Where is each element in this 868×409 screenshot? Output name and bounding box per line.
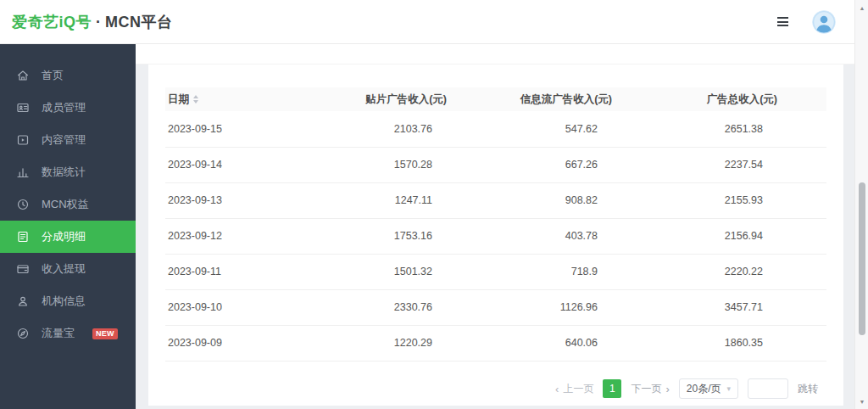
avatar[interactable] (812, 10, 836, 34)
cell-value: 908.82 (496, 182, 661, 218)
sidebar-item-label: 分成明细 (42, 229, 86, 244)
scrollbar-thumb[interactable] (859, 182, 865, 335)
new-badge: NEW (92, 328, 118, 339)
cell-value: 1501.32 (331, 254, 496, 289)
sidebar-item-content[interactable]: 内容管理 (0, 124, 136, 156)
cell-value: 1126.96 (496, 289, 661, 325)
page-jump-input[interactable] (748, 378, 788, 399)
traffic-icon (16, 327, 30, 340)
cell-date: 2023-09-15 (165, 111, 331, 147)
org-icon (16, 294, 30, 308)
cell-value: 667.26 (496, 147, 661, 182)
share-detail-icon (16, 230, 30, 244)
cell-value: 1247.11 (331, 182, 496, 218)
sidebar-item-share-detail[interactable]: 分成明细 (0, 221, 136, 253)
cell-value: 1570.28 (331, 147, 496, 182)
clock-icon (16, 198, 30, 211)
pagination-prev-button[interactable]: ‹ 上一页 (555, 382, 593, 396)
content-icon (16, 133, 30, 147)
cell-value: 1753.16 (331, 218, 496, 254)
pagination-next-button[interactable]: 下一页 › (631, 382, 669, 396)
cell-value: 2330.76 (331, 289, 496, 325)
cell-value: 2156.94 (661, 218, 826, 254)
column-header-date-sortable[interactable]: 日期 (165, 87, 331, 111)
table-header-row: 日期贴片广告收入(元)信息流广告收入(元)广告总收入(元) (165, 87, 826, 111)
stats-icon (16, 165, 30, 179)
logo-separator: · (96, 14, 101, 31)
content-header-strip (136, 44, 854, 64)
sidebar-item-home[interactable]: 首页 (0, 59, 136, 92)
cell-date: 2023-09-13 (165, 182, 331, 218)
sidebar: 首页 成员管理 内容管理 数据统计 MCN权益 分成明细 收入提现 机构信息 流… (0, 44, 136, 409)
cell-value: 2155.93 (661, 182, 826, 218)
cell-value: 547.62 (496, 111, 661, 147)
sidebar-item-org[interactable]: 机构信息 (0, 285, 136, 317)
sidebar-item-label: 内容管理 (42, 132, 86, 148)
cell-value: 2651.38 (661, 111, 826, 147)
sidebar-item-members[interactable]: 成员管理 (0, 92, 136, 124)
revenue-table: 日期贴片广告收入(元)信息流广告收入(元)广告总收入(元) 2023-09-15… (165, 87, 826, 361)
sidebar-item-label: 流量宝 (42, 326, 75, 341)
vertical-scrollbar[interactable]: ▲ ▼ (854, 0, 868, 409)
page-jump-button[interactable]: 跳转 (798, 382, 818, 396)
table-row: 2023-09-121753.16403.782156.94 (165, 218, 826, 254)
logo-secondary: MCN平台 (105, 12, 173, 32)
home-icon (16, 69, 30, 82)
app-logo: 爱奇艺iQ号 · MCN平台 (12, 12, 173, 32)
table-row: 2023-09-152103.76547.622651.38 (165, 111, 826, 147)
withdraw-icon (16, 262, 30, 276)
sidebar-item-stats[interactable]: 数据统计 (0, 156, 136, 188)
table-row: 2023-09-141570.28667.262237.54 (165, 147, 826, 182)
sidebar-item-withdraw[interactable]: 收入提现 (0, 253, 136, 285)
sidebar-item-clock[interactable]: MCN权益 (0, 188, 136, 221)
cell-value: 1220.29 (331, 325, 496, 361)
logo-primary: 爱奇艺iQ号 (12, 12, 92, 32)
sidebar-item-label: 首页 (42, 68, 64, 83)
pagination: ‹ 上一页 1 下一页 › 20条/页 ▾ 跳转 (555, 378, 818, 399)
topbar-actions (774, 10, 836, 34)
sidebar-item-label: MCN权益 (42, 197, 89, 212)
table-row: 2023-09-102330.761126.963457.71 (165, 289, 826, 325)
column-header: 贴片广告收入(元) (331, 87, 496, 111)
cell-value: 3457.71 (661, 289, 826, 325)
cell-value: 2220.22 (661, 254, 826, 289)
topbar: 爱奇艺iQ号 · MCN平台 (0, 0, 854, 44)
cell-value: 718.9 (496, 254, 661, 289)
sort-carets-icon[interactable] (193, 95, 198, 104)
chevron-down-icon: ▾ (726, 384, 731, 393)
cell-value: 640.06 (496, 325, 661, 361)
pagination-page-1[interactable]: 1 (603, 379, 621, 398)
chevron-left-icon: ‹ (555, 384, 559, 395)
column-header: 广告总收入(元) (661, 87, 826, 111)
cell-value: 403.78 (496, 218, 661, 254)
column-header: 信息流广告收入(元) (496, 87, 661, 111)
cell-value: 2103.76 (331, 111, 496, 147)
sidebar-item-label: 数据统计 (42, 165, 86, 180)
cell-date: 2023-09-12 (165, 218, 331, 254)
table-row: 2023-09-111501.32718.92220.22 (165, 254, 826, 289)
cell-value: 1860.35 (661, 325, 826, 361)
cell-date: 2023-09-10 (165, 289, 331, 325)
table-row: 2023-09-131247.11908.822155.93 (165, 182, 826, 218)
scroll-up-icon[interactable]: ▲ (855, 2, 868, 14)
cell-date: 2023-09-11 (165, 254, 331, 289)
scroll-down-icon[interactable]: ▼ (855, 395, 868, 407)
sidebar-item-label: 机构信息 (42, 294, 86, 309)
sidebar-item-label: 收入提现 (42, 261, 86, 277)
chevron-right-icon: › (665, 384, 669, 395)
sidebar-item-label: 成员管理 (42, 100, 86, 115)
page-size-select[interactable]: 20条/页 ▾ (679, 378, 738, 399)
menu-icon[interactable] (774, 14, 792, 30)
sidebar-item-traffic[interactable]: 流量宝 NEW (0, 317, 136, 350)
table-row: 2023-09-091220.29640.061860.35 (165, 325, 826, 361)
cell-date: 2023-09-09 (165, 325, 331, 361)
content-card: 日期贴片广告收入(元)信息流广告收入(元)广告总收入(元) 2023-09-15… (148, 64, 843, 406)
cell-date: 2023-09-14 (165, 147, 331, 182)
members-icon (16, 101, 30, 115)
cell-value: 2237.54 (661, 147, 826, 182)
